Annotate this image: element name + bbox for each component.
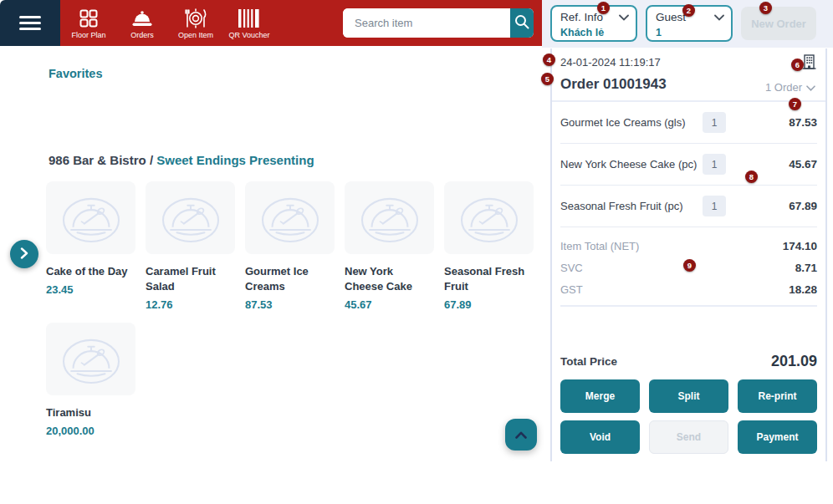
total-label: GST [560,283,583,296]
total-value: 18.28 [789,283,817,296]
total-value: 174.10 [783,240,817,252]
item-price: 87.53 [767,116,817,129]
nav-floor-plan[interactable]: Floor Plan [62,8,115,39]
merge-button[interactable]: Merge [560,379,640,413]
dish-placeholder-icon [345,181,434,254]
nav-label: Floor Plan [71,31,105,39]
product-grid: Cake of the Day 23.45 Caramel Fruit Sala… [46,181,543,437]
order-item-row[interactable]: New York Cheese Cake (pc) 1 45.67 [560,144,817,186]
ref-info-label: Ref. Info [560,11,603,23]
order-title: Order 01001943 [560,76,667,93]
annotation-badge-7: 7 [789,98,801,110]
nav-label: Orders [130,31,154,39]
ref-info-value: Khách lẻ [560,27,629,38]
search-button[interactable] [510,8,534,38]
annotation-badge-2: 2 [682,4,695,17]
dish-placeholder-icon [46,181,135,254]
item-qty[interactable]: 1 [703,154,726,175]
search-icon [514,13,530,33]
dish-placeholder-icon [245,181,335,254]
order-count-label: 1 Order [765,81,802,94]
product-price: 12.76 [146,298,235,311]
total-price-label: Total Price [560,355,617,368]
chevron-down-icon [619,11,629,23]
product-price: 67.89 [444,298,534,311]
item-qty[interactable]: 1 [703,112,726,133]
cloche-icon [131,8,153,28]
nav-orders[interactable]: Orders [115,8,169,39]
product-card[interactable]: Gourmet Ice Creams 87.53 [245,181,335,311]
breadcrumb-parent[interactable]: 986 Bar & Bistro / [49,153,153,167]
product-card[interactable]: Seasonal Fresh Fruit 67.89 [444,181,534,311]
order-item-row[interactable]: Seasonal Fresh Fruit (pc) 1 67.89 [560,186,817,227]
order-items-list: Gourmet Ice Creams (gls) 1 87.53 New Yor… [560,102,817,227]
item-price: 67.89 [767,200,817,212]
total-row-item-total: Item Total (NET) 174.10 [560,235,817,257]
product-price: 23.45 [46,283,135,296]
total-value: 8.71 [795,262,817,274]
reprint-button[interactable]: Re-print [738,379,817,413]
chevron-up-icon [515,429,527,441]
main-nav: Floor Plan Orders [60,0,542,46]
total-label: SVC [560,262,583,274]
product-name: Cake of the Day [46,264,135,279]
product-name: Seasonal Fresh Fruit [444,264,534,294]
total-price-value: 201.09 [771,353,817,370]
breadcrumb: 986 Bar & Bistro / Sweet Endings Present… [49,153,314,167]
item-name: Gourmet Ice Creams (gls) [560,116,703,129]
breadcrumb-current: Sweet Endings Presenting [156,153,314,167]
split-button[interactable]: Split [649,379,728,413]
send-button[interactable]: Send [649,420,728,454]
pos-screen: Floor Plan Orders [0,0,833,504]
nav-open-item[interactable]: Open Item [169,8,222,39]
order-actions: Merge Split Re-print Void Send Payment [560,379,817,454]
nav-label: Open Item [178,31,213,39]
topbar: Floor Plan Orders [0,0,833,46]
guest-label: Guest [656,11,686,23]
dish-placeholder-icon [46,323,135,395]
annotation-badge-8: 8 [745,171,758,183]
product-price: 20,000.00 [46,425,135,437]
product-price: 87.53 [245,298,335,311]
annotation-badge-1: 1 [597,2,610,14]
annotation-badge-4: 4 [543,53,555,66]
scroll-to-top-button[interactable] [505,419,537,451]
item-price: 45.67 [767,158,817,171]
search-input[interactable] [343,8,510,38]
product-card[interactable]: Cake of the Day 23.45 [46,181,135,311]
dish-placeholder-icon [444,181,534,254]
order-item-row[interactable]: Gourmet Ice Creams (gls) 1 87.53 [560,102,817,144]
new-order-button[interactable]: New Order [741,7,816,40]
plate-cutlery-icon [185,8,207,28]
void-button[interactable]: Void [560,420,640,454]
grid-icon [79,8,99,28]
order-timestamp: 24-01-2024 11:19:17 [560,56,661,69]
hamburger-menu-button[interactable] [0,0,60,46]
product-card[interactable]: Tiramisu 20,000.00 [46,323,135,437]
order-count-dropdown[interactable]: 1 Order [765,81,815,94]
annotation-badge-9: 9 [683,259,696,272]
guest-value: 1 [656,27,724,38]
search-box [343,8,534,38]
nav-label: QR Voucher [228,31,269,39]
ref-info-dropdown[interactable]: Ref. Info Khách lẻ [550,5,637,42]
product-name: New York Cheese Cake [345,264,434,294]
annotation-badge-5: 5 [541,73,554,85]
product-card[interactable]: Caramel Fruit Salad 12.76 [146,181,235,311]
chevron-down-icon [714,11,724,23]
favorites-link[interactable]: Favorites [49,67,102,80]
payment-button[interactable]: Payment [738,420,817,454]
barcode-icon [237,8,262,28]
item-qty[interactable]: 1 [703,196,726,216]
expand-categories-button[interactable] [10,240,38,268]
product-card[interactable]: New York Cheese Cake 45.67 [345,181,434,311]
item-name: Seasonal Fresh Fruit (pc) [560,200,703,212]
total-price-row: Total Price 201.09 [560,353,817,370]
total-label: Item Total (NET) [560,240,639,252]
dish-placeholder-icon [146,181,235,254]
order-panel: 24-01-2024 11:19:17 Order 01001943 1 Ord… [550,48,827,461]
total-row-gst: GST 18.28 [560,278,817,300]
nav-qr-voucher[interactable]: QR Voucher [222,8,276,39]
annotation-badge-3: 3 [759,2,772,14]
chevron-right-icon [20,247,28,262]
